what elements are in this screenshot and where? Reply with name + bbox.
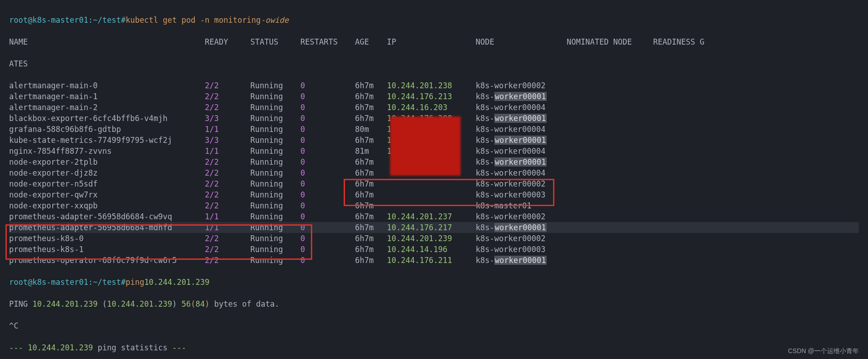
pod-status: Running — [250, 80, 300, 91]
redaction-block — [390, 116, 461, 176]
ping-ip-arg: 10.244.201.239 — [144, 277, 209, 288]
pod-ready: 2/2 — [205, 157, 250, 167]
pod-status: Running — [250, 222, 300, 233]
pod-name: prometheus-adapter-56958d6684-mdhfd — [9, 222, 205, 233]
pod-node: k8s-worker00001 — [476, 255, 567, 266]
pod-nominated — [567, 102, 653, 113]
pod-readiness — [653, 233, 717, 244]
pod-row: alertmanager-main-02/2Running06h7m10.244… — [9, 80, 859, 91]
pod-restarts: 0 — [300, 146, 355, 157]
terminal[interactable]: root@k8s-master01:~/test# kubectl get po… — [0, 0, 868, 359]
pod-name: prometheus-k8s-0 — [9, 233, 205, 244]
pod-nominated — [567, 157, 653, 167]
pod-node: k8s-worker00002 — [476, 233, 567, 244]
pod-readiness — [653, 124, 717, 135]
pod-nominated — [567, 124, 653, 135]
pod-restarts: 0 — [300, 200, 355, 211]
pod-node: k8s-worker00001 — [476, 91, 567, 102]
pod-ip: 10.244.201.237 — [387, 211, 476, 222]
pod-readiness — [653, 146, 717, 157]
pod-age: 6h7m — [355, 113, 387, 124]
prompt-user: root@k8s-master01:~/test# — [9, 15, 126, 25]
pod-age: 6h7m — [355, 80, 387, 91]
col-ip: IP — [387, 36, 476, 47]
pod-ready: 2/2 — [205, 244, 250, 255]
pod-node: k8s-worker00002 — [476, 178, 567, 189]
watermark: CSDN @一个运维小青年 — [788, 345, 859, 356]
pod-ip — [387, 189, 476, 200]
pod-ready: 2/2 — [205, 200, 250, 211]
pod-nominated — [567, 178, 653, 189]
pod-ip: 10.244.201.239 — [387, 233, 476, 244]
header-row: NAMEREADYSTATUSRESTARTSAGEIPNODENOMINATE… — [9, 36, 859, 47]
pod-status: Running — [250, 167, 300, 178]
col-name: NAME — [9, 36, 205, 47]
pod-status: Running — [250, 211, 300, 222]
pod-ready: 2/2 — [205, 189, 250, 200]
pod-name: prometheus-adapter-56958d6684-cw9vq — [9, 211, 205, 222]
col-node: NODE — [476, 36, 567, 47]
pod-nominated — [567, 233, 653, 244]
pod-ip: 10.244.176.217 — [387, 222, 476, 233]
pod-age: 6h7m — [355, 102, 387, 113]
pod-nominated — [567, 146, 653, 157]
pod-readiness — [653, 255, 717, 266]
pod-age: 80m — [355, 124, 387, 135]
pod-status: Running — [250, 200, 300, 211]
pod-name: node-exporter-2tplb — [9, 157, 205, 167]
pod-readiness — [653, 211, 717, 222]
pod-name: blackbox-exporter-6cfc4bffb6-v4mjh — [9, 113, 205, 124]
owide-flag: -owide — [261, 15, 289, 25]
pod-restarts: 0 — [300, 255, 355, 266]
pod-nominated — [567, 222, 653, 233]
pod-row: alertmanager-main-22/2Running06h7m10.244… — [9, 102, 859, 113]
pod-readiness — [653, 135, 717, 146]
pod-node: k8s-worker00004 — [476, 146, 567, 157]
pod-ip: 10.244.176.213 — [387, 91, 476, 102]
pod-status: Running — [250, 255, 300, 266]
pod-age: 6h7m — [355, 189, 387, 200]
pod-age: 6h7m — [355, 178, 387, 189]
pod-row: prometheus-adapter-56958d6684-cw9vq1/1Ru… — [9, 211, 859, 222]
header-cont: ATES — [9, 58, 28, 69]
pod-status: Running — [250, 102, 300, 113]
pod-ready: 1/1 — [205, 222, 250, 233]
pod-name: alertmanager-main-2 — [9, 102, 205, 113]
pod-age: 6h7m — [355, 211, 387, 222]
col-readiness: READINESS G — [653, 36, 717, 47]
pod-row: prometheus-k8s-12/2Running06h7m10.244.14… — [9, 244, 859, 255]
pod-name: alertmanager-main-1 — [9, 91, 205, 102]
pod-nominated — [567, 113, 653, 124]
pod-nominated — [567, 244, 653, 255]
pod-status: Running — [250, 178, 300, 189]
pod-status: Running — [250, 233, 300, 244]
pod-status: Running — [250, 113, 300, 124]
pod-ip: 10.244.14.196 — [387, 244, 476, 255]
pod-restarts: 0 — [300, 124, 355, 135]
pod-age: 81m — [355, 146, 387, 157]
pod-status: Running — [250, 244, 300, 255]
prompt-user-2: root@k8s-master01:~/test# — [9, 277, 126, 288]
pod-node: k8s-worker00003 — [476, 189, 567, 200]
pod-ready: 2/2 — [205, 80, 250, 91]
pod-restarts: 0 — [300, 211, 355, 222]
pod-restarts: 0 — [300, 102, 355, 113]
pod-name: prometheus-k8s-1 — [9, 244, 205, 255]
pod-row: alertmanager-main-12/2Running06h7m10.244… — [9, 91, 859, 102]
pod-readiness — [653, 167, 717, 178]
pod-ready: 1/1 — [205, 211, 250, 222]
pod-ready: 2/2 — [205, 178, 250, 189]
pod-name: alertmanager-main-0 — [9, 80, 205, 91]
pod-restarts: 0 — [300, 80, 355, 91]
pod-restarts: 0 — [300, 157, 355, 167]
pod-ip — [387, 178, 476, 189]
pod-nominated — [567, 80, 653, 91]
pod-readiness — [653, 189, 717, 200]
pod-ip: 10.244.176.211 — [387, 255, 476, 266]
pod-status: Running — [250, 91, 300, 102]
prompt-line-2: root@k8s-master01:~/test# ping 10.244.20… — [9, 277, 859, 288]
pod-ready: 2/2 — [205, 255, 250, 266]
pod-status: Running — [250, 146, 300, 157]
ping-output-1: PING 10.244.201.239 (10.244.201.239) 56(… — [9, 298, 859, 309]
pod-restarts: 0 — [300, 233, 355, 244]
